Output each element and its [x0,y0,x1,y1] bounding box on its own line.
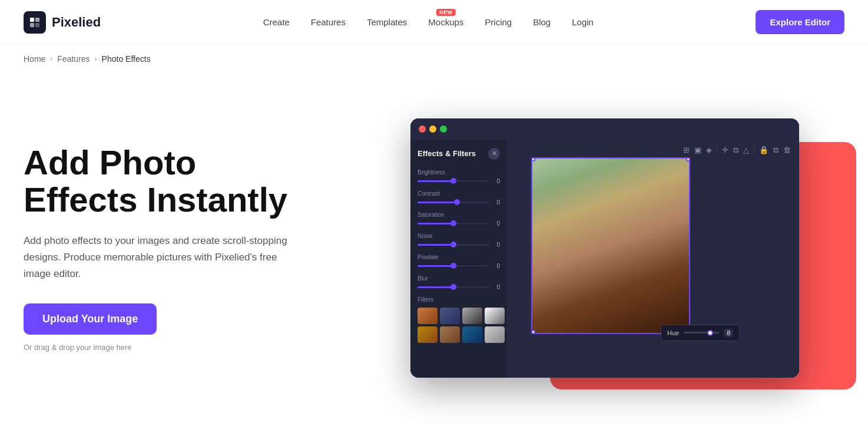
editor-window: Effects & Filters ✕ Brightness 0 [410,118,799,378]
toolbar-sep-2 [754,146,754,154]
svg-rect-3 [35,23,39,27]
titlebar-maximize-dot [440,126,447,133]
filter-warm[interactable] [418,308,438,324]
canvas-toolbar: ⊞ ▣ ◈ ✛ ⧉ △ 🔒 ⧉ 🗑 [683,146,791,155]
handle-top-right[interactable] [686,157,690,161]
new-badge: NEW [436,9,456,16]
titlebar-close-dot [419,126,426,133]
hue-slider[interactable] [684,332,719,333]
filter-fade[interactable] [485,326,505,343]
hue-tooltip: Hue 8 [661,325,740,341]
nav-login[interactable]: Login [572,17,594,27]
panel-title: Effects & Filters [418,149,476,158]
panel-header: Effects & Filters ✕ [418,148,500,160]
photo-fill [532,158,689,333]
drag-drop-hint: Or drag & drop your image here [24,343,330,352]
nav-templates[interactable]: Templates [367,17,407,27]
toolbar-frame-icon[interactable]: ▣ [694,146,701,154]
svg-rect-1 [35,18,39,22]
breadcrumb: Home › Features › Photo Effects [0,45,868,73]
filter-cool[interactable] [440,308,460,324]
filter-bw[interactable] [462,308,482,324]
slider-saturation-label: Saturation [418,212,500,218]
handle-bottom-left[interactable] [531,330,535,334]
editor-body: Effects & Filters ✕ Brightness 0 [410,140,799,378]
handle-top-left[interactable] [531,157,535,161]
editor-canvas: ⊞ ▣ ◈ ✛ ⧉ △ 🔒 ⧉ 🗑 [508,140,799,378]
nav-links: Create Features Templates NEW Mockups Pr… [263,17,594,27]
slider-noise: Noise 0 [418,233,500,248]
filters-grid [418,308,500,343]
logo[interactable]: Pixelied [24,11,101,34]
slider-brightness: Brightness 0 [418,169,500,184]
slider-contrast-label: Contrast [418,190,500,197]
panel-close-button[interactable]: ✕ [488,148,500,160]
slider-pixelate: Pixelate 0 [418,254,500,269]
filter-vintage[interactable] [418,326,438,343]
hue-thumb [707,330,713,336]
slider-blur: Blur 0 [418,275,500,290]
breadcrumb-current: Photo Effects [102,54,151,64]
hue-label: Hue [667,329,679,336]
hero-visual: Effects & Filters ✕ Brightness 0 [365,118,844,378]
editor-titlebar [410,118,799,140]
toolbar-copy-icon[interactable]: ⧉ [773,146,778,155]
filter-ocean[interactable] [462,326,482,343]
nav-mockups[interactable]: NEW Mockups [428,17,463,27]
hero-content: Add Photo Effects Instantly Add photo ef… [24,144,330,352]
filter-high[interactable] [485,308,505,324]
toolbar-shape-icon[interactable]: △ [743,146,749,154]
breadcrumb-home[interactable]: Home [24,54,45,64]
slider-noise-label: Noise [418,233,500,239]
toolbar-crop-icon[interactable]: ⊞ [683,146,690,154]
toolbar-lock-icon[interactable]: 🔒 [759,146,768,154]
slider-saturation: Saturation 0 [418,212,500,227]
nav-features[interactable]: Features [311,17,346,27]
slider-contrast: Contrast 0 [418,190,500,206]
nav-create[interactable]: Create [263,17,290,27]
toolbar-move-icon[interactable]: ✛ [722,146,728,154]
toolbar-delete-icon[interactable]: 🗑 [783,146,791,154]
hero-description: Add photo effects to your images and cre… [24,233,306,282]
nav-pricing[interactable]: Pricing [485,17,512,27]
hero-section: Add Photo Effects Instantly Add photo ef… [0,73,868,426]
logo-icon [24,11,46,34]
canvas-image[interactable] [531,157,690,334]
breadcrumb-features[interactable]: Features [57,54,90,64]
slider-brightness-label: Brightness [418,169,500,176]
hero-title: Add Photo Effects Instantly [24,144,330,219]
navbar: Pixelied Create Features Templates NEW M… [0,0,868,45]
toolbar-sep-1 [717,146,717,154]
logo-text: Pixelied [52,15,101,30]
breadcrumb-sep-1: › [50,55,52,63]
slider-blur-label: Blur [418,275,500,282]
nav-actions: Explore Editor [756,10,844,34]
toolbar-layers-icon[interactable]: ⧉ [733,146,738,155]
nav-blog[interactable]: Blog [533,17,551,27]
filters-section-label: Filters [418,296,500,303]
toolbar-mask-icon[interactable]: ◈ [706,146,712,154]
hue-value: 8 [724,329,733,337]
explore-editor-button[interactable]: Explore Editor [756,10,844,34]
titlebar-minimize-dot [429,126,436,133]
upload-image-button[interactable]: Upload Your Image [24,303,157,335]
svg-rect-0 [30,18,34,22]
filter-sepia[interactable] [440,326,460,343]
breadcrumb-sep-2: › [95,55,97,63]
svg-rect-2 [30,23,34,27]
slider-pixelate-label: Pixelate [418,254,500,260]
effects-panel: Effects & Filters ✕ Brightness 0 [410,140,508,378]
